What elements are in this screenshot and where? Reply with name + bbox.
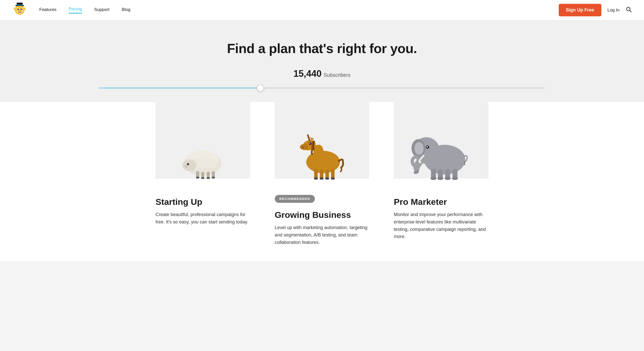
logo[interactable] xyxy=(12,2,27,18)
recommended-badge: RECOMMENDED xyxy=(275,195,315,203)
nav-links: Features Pricing Support Blog xyxy=(39,7,559,14)
plan-desc-2: Level up with marketing automation, targ… xyxy=(275,224,369,246)
plan-pro-marketer: Pro Marketer Monitor and improve your pe… xyxy=(381,102,501,261)
svg-rect-48 xyxy=(314,178,318,180)
svg-rect-33 xyxy=(201,177,204,179)
svg-point-58 xyxy=(426,146,428,147)
plan-name-1: Starting Up xyxy=(156,197,250,207)
svg-point-39 xyxy=(300,144,308,150)
plan-animal-area-3 xyxy=(394,102,488,179)
svg-point-26 xyxy=(185,166,187,168)
plan-name-3: Pro Marketer xyxy=(394,197,488,207)
svg-line-14 xyxy=(630,10,631,12)
svg-rect-35 xyxy=(212,177,215,179)
plan-details-3: Pro Marketer Monitor and improve your pe… xyxy=(394,197,488,240)
svg-point-41 xyxy=(309,143,310,144)
login-link[interactable]: Log In xyxy=(607,8,619,13)
svg-point-55 xyxy=(414,142,424,155)
svg-rect-44 xyxy=(314,169,318,179)
svg-rect-29 xyxy=(201,172,204,178)
svg-rect-34 xyxy=(207,177,210,179)
subscriber-number: 15,440 xyxy=(293,68,321,79)
hero-title: Find a plan that's right for you. xyxy=(12,41,632,56)
svg-rect-30 xyxy=(207,172,210,178)
svg-point-2 xyxy=(14,7,17,11)
plans-section: Starting Up Create beautiful, profession… xyxy=(0,102,644,261)
horse-icon xyxy=(294,125,350,181)
search-icon[interactable] xyxy=(626,6,632,14)
signup-button[interactable]: Sign Up Free xyxy=(559,4,601,16)
hero-section: Find a plan that's right for you. 15,440… xyxy=(0,20,644,102)
svg-rect-51 xyxy=(331,178,335,180)
svg-rect-45 xyxy=(320,169,323,179)
navbar: Features Pricing Support Blog Sign Up Fr… xyxy=(0,0,644,20)
svg-point-9 xyxy=(19,10,21,11)
plan-desc-1: Create beautiful, professional campaigns… xyxy=(156,211,250,226)
svg-rect-50 xyxy=(325,178,329,180)
plan-animal-area-2 xyxy=(275,102,369,179)
nav-blog[interactable]: Blog xyxy=(122,7,130,13)
plan-animal-area-1 xyxy=(156,102,250,179)
svg-point-7 xyxy=(18,9,19,9)
svg-point-42 xyxy=(302,147,304,148)
plan-starting-up: Starting Up Create beautiful, profession… xyxy=(143,102,263,261)
svg-point-23 xyxy=(183,159,197,171)
svg-point-22 xyxy=(206,158,217,168)
svg-point-64 xyxy=(437,177,443,180)
svg-rect-12 xyxy=(17,5,22,5)
nav-features[interactable]: Features xyxy=(39,7,56,13)
plan-details-1: Starting Up Create beautiful, profession… xyxy=(156,197,250,226)
plans-grid: Starting Up Create beautiful, profession… xyxy=(143,102,501,261)
subscriber-display: 15,440Subscribers xyxy=(12,68,632,79)
nav-right: Sign Up Free Log In xyxy=(559,4,632,16)
plan-details-2: RECOMMENDED Growing Business Level up wi… xyxy=(275,187,369,246)
svg-point-8 xyxy=(21,9,21,9)
svg-rect-47 xyxy=(331,169,335,179)
subscriber-label: Subscribers xyxy=(324,72,351,78)
plan-name-2: Growing Business xyxy=(275,210,369,220)
plan-desc-3: Monitor and improve your performance wit… xyxy=(394,211,488,240)
subscriber-slider[interactable] xyxy=(99,87,545,89)
svg-point-25 xyxy=(187,164,188,164)
slider-container xyxy=(99,85,545,102)
svg-rect-46 xyxy=(325,169,329,179)
sheep-icon xyxy=(177,133,228,181)
logo-icon xyxy=(12,2,27,17)
svg-point-65 xyxy=(445,177,450,180)
svg-point-3 xyxy=(23,7,26,11)
svg-point-66 xyxy=(452,177,458,180)
svg-point-63 xyxy=(431,177,436,180)
svg-rect-49 xyxy=(320,178,323,180)
elephant-icon xyxy=(408,120,474,181)
plan-growing-business: RECOMMENDED Growing Business Level up wi… xyxy=(263,102,382,261)
svg-rect-32 xyxy=(196,177,199,179)
nav-pricing[interactable]: Pricing xyxy=(69,7,82,14)
nav-support[interactable]: Support xyxy=(94,7,110,13)
recommended-badge-wrap: RECOMMENDED xyxy=(275,187,369,207)
